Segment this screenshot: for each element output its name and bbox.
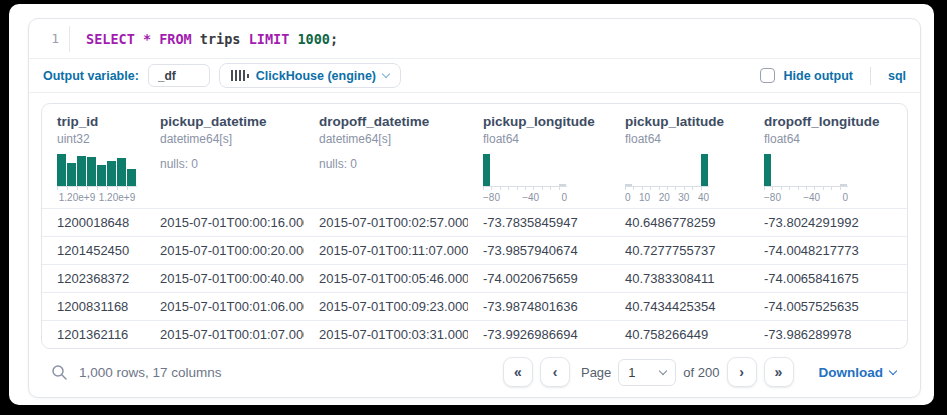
histogram-bar-slot [701,154,709,186]
axis-tick-label: −40 [803,192,820,203]
column-header: pickup_latitudefloat64010203040 [610,104,749,208]
table-cell[interactable]: 2015-07-01T00:03:31.000 [304,327,468,342]
histogram-bar [87,157,96,186]
hide-output-label[interactable]: Hide output [784,69,853,83]
code-token: FROM [159,31,192,47]
code-token [192,31,200,47]
table-cell[interactable]: -73.7835845947 [468,215,610,230]
table-cell[interactable]: 40.7277755737 [610,243,749,258]
histogram-axis-ticks [483,186,567,190]
code-line[interactable]: SELECT * FROM trips LIMIT 1000; [70,31,338,47]
table-cell[interactable]: 2015-07-01T00:01:07.000 [145,327,304,342]
page-number-select[interactable]: 1 [618,359,676,386]
histogram-bar [764,154,771,186]
column-name[interactable]: pickup_longitude [483,114,610,129]
language-badge[interactable]: sql [888,69,906,83]
histogram-bar [67,163,76,186]
engine-select-label: ClickHouse (engine) [256,69,376,83]
column-name[interactable]: dropoff_longitude [764,114,908,129]
code-editor[interactable]: 1 SELECT * FROM trips LIMIT 1000; [29,19,920,59]
axis-tick-label: 0 [561,192,567,203]
column-header: trip_iduint321.20e+91.20e+9 [42,104,145,208]
table-cell[interactable]: -73.9926986694 [468,327,610,342]
engine-select-button[interactable]: ClickHouse (engine) [219,63,401,88]
table-cell[interactable]: 2015-07-01T00:09:23.000 [304,299,468,314]
axis-tick-label: 40 [698,192,709,203]
table-cell[interactable]: 1200831168 [42,299,145,314]
table-cell[interactable]: 1201452450 [42,243,145,258]
histogram-axis-labels: 1.20e+91.20e+9 [57,192,137,203]
histogram-bar-slot [483,154,491,186]
code-token: * [143,31,151,47]
magnifier-icon[interactable] [51,364,68,381]
histogram-bar-slot [500,154,508,186]
table-cell[interactable]: 1201362116 [42,327,145,342]
column-type: uint32 [57,132,145,146]
first-page-button[interactable]: « [503,357,533,387]
table-cell[interactable]: 2015-07-01T00:00:40.000 [145,271,304,286]
histogram-bar-slot [127,154,137,186]
axis-tick-label: 1.20e+9 [99,192,135,203]
table-cell[interactable]: 40.6486778259 [610,215,749,230]
last-page-button[interactable]: » [764,357,794,387]
histogram-bar-slot [659,154,667,186]
code-token [241,31,249,47]
table-cell[interactable]: 2015-07-01T00:00:16.000 [145,215,304,230]
table-cell[interactable]: -73.8024291992 [749,215,908,230]
table-cell[interactable]: 2015-07-01T00:01:06.000 [145,299,304,314]
results-table: trip_iduint321.20e+91.20e+9pickup_dateti… [41,103,908,349]
code-token: trips [200,31,241,47]
column-name[interactable]: trip_id [57,114,145,129]
next-page-button[interactable]: › [727,357,757,387]
table-cell[interactable]: -73.9857940674 [468,243,610,258]
code-token [151,31,159,47]
histogram-bars [57,154,137,186]
table-cell[interactable]: 1202368372 [42,271,145,286]
table-cell[interactable]: 2015-07-01T00:05:46.000 [304,271,468,286]
histogram-bar-slot [97,154,107,186]
table-cell[interactable]: 2015-07-01T00:11:07.000 [304,243,468,258]
histogram-bar-slot [642,154,650,186]
table-cell[interactable]: -74.0065841675 [749,271,908,286]
axis-tick-label: 0 [842,192,848,203]
page-number-value: 1 [628,365,635,380]
hide-output-checkbox[interactable] [760,68,775,83]
histogram-bar-slot [550,154,558,186]
code-token: ; [330,31,338,47]
column-name[interactable]: dropoff_datetime [319,114,468,129]
table-cell[interactable]: -74.0020675659 [468,271,610,286]
table-cell[interactable]: -74.0057525635 [749,299,908,314]
histogram-bar-slot [692,154,700,186]
histogram-bar-slot [77,154,87,186]
table-cell[interactable]: 40.7434425354 [610,299,749,314]
axis-tick-label: 0 [625,192,631,203]
axis-tick-label: 1.20e+9 [59,192,95,203]
code-token [135,31,143,47]
histogram-bar [107,161,116,186]
column-header: dropoff_datetimedatetime64[s]nulls: 0 [304,104,468,208]
column-name[interactable]: pickup_latitude [625,114,749,129]
output-variable-input[interactable] [148,64,210,87]
table-cell[interactable]: 40.758266449 [610,327,749,342]
table-cell[interactable]: 2015-07-01T00:00:20.000 [145,243,304,258]
column-histogram: −80−400 [764,154,848,203]
table-cell[interactable]: -73.986289978 [749,327,908,342]
table-cell[interactable]: 2015-07-01T00:02:57.000 [304,215,468,230]
table-cell[interactable]: -73.9874801636 [468,299,610,314]
histogram-bar-slot [517,154,525,186]
download-button[interactable]: Download [819,365,897,380]
histogram-bar-slot [67,154,77,186]
table-cell[interactable]: -74.0048217773 [749,243,908,258]
axis-tick-label: −40 [522,192,539,203]
histogram-bar-slot [625,154,633,186]
table-cell[interactable]: 1200018648 [42,215,145,230]
column-name[interactable]: pickup_datetime [160,114,304,129]
histogram-axis-labels: 010203040 [625,192,709,203]
histogram-bar-slot [806,154,814,186]
code-token: 1000 [297,31,330,47]
table-cell[interactable]: 40.7383308411 [610,271,749,286]
chevron-down-icon [382,70,390,78]
histogram-bar-slot [684,154,692,186]
chevron-down-icon [659,366,667,374]
prev-page-button[interactable]: ‹ [540,357,570,387]
